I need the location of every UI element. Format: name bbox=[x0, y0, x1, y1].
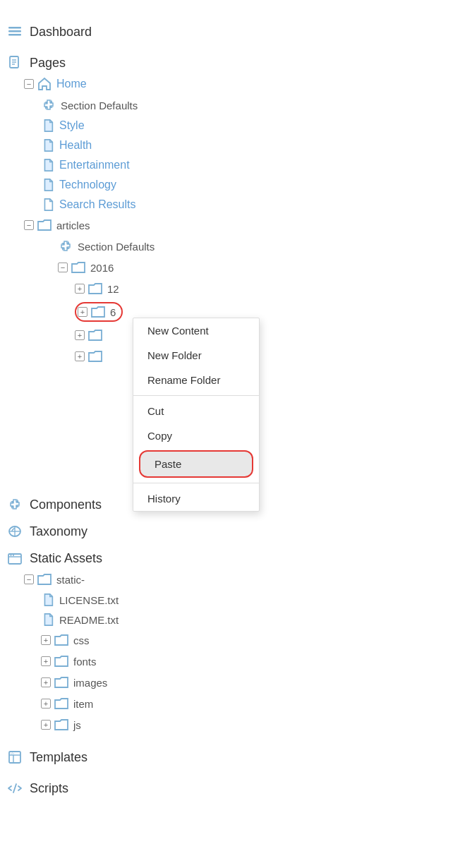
context-menu: New Content New Folder Rename Folder Cut… bbox=[133, 318, 260, 512]
paste-menu-wrapper: Paste bbox=[133, 448, 259, 480]
taxonomy-label: Taxonomy bbox=[30, 524, 87, 539]
item-folder-item[interactable]: + item bbox=[7, 693, 465, 714]
articles-item[interactable]: − articles bbox=[7, 215, 465, 236]
svg-rect-2 bbox=[8, 34, 21, 36]
taxonomy-item[interactable]: Taxonomy bbox=[7, 521, 465, 542]
folder-12-item[interactable]: + 12 bbox=[7, 278, 465, 299]
folder-2016-icon bbox=[71, 260, 86, 275]
item-toggle[interactable]: + bbox=[41, 699, 51, 709]
rename-folder-menu-item[interactable]: Rename Folder bbox=[133, 368, 259, 392]
license-txt-label: LICENSE.txt bbox=[59, 594, 119, 606]
fonts-folder-item[interactable]: + fonts bbox=[7, 651, 465, 672]
folder-extra2-toggle[interactable]: + bbox=[75, 351, 85, 361]
static-assets-label: Static Assets bbox=[30, 551, 102, 566]
js-folder-icon bbox=[54, 717, 69, 733]
file-icon-readme bbox=[41, 613, 55, 627]
pages-item[interactable]: Pages bbox=[7, 52, 465, 73]
home-toggle[interactable]: − bbox=[24, 79, 34, 89]
technology-label: Technology bbox=[59, 179, 116, 191]
file-icon-license bbox=[41, 593, 55, 607]
section-defaults-articles-label: Section Defaults bbox=[78, 241, 155, 253]
section-defaults-home-item[interactable]: Section Defaults bbox=[7, 95, 465, 116]
style-item[interactable]: Style bbox=[7, 116, 465, 135]
entertainment-item[interactable]: Entertainment bbox=[7, 155, 465, 175]
home-label: Home bbox=[56, 78, 87, 90]
folder-6-label: 6 bbox=[110, 306, 116, 318]
css-folder-icon bbox=[54, 632, 69, 648]
folder12-toggle[interactable]: + bbox=[75, 284, 85, 294]
static-assets-item[interactable]: Static Assets bbox=[7, 548, 465, 569]
scripts-label: Scripts bbox=[30, 781, 68, 796]
images-toggle[interactable]: + bbox=[41, 677, 51, 687]
style-label: Style bbox=[59, 119, 85, 132]
context-menu-divider1 bbox=[133, 395, 259, 396]
readme-txt-item[interactable]: README.txt bbox=[7, 610, 465, 629]
file-icon-style bbox=[41, 119, 55, 133]
file-icon-technology bbox=[41, 178, 55, 192]
folder-6-icon bbox=[90, 304, 106, 320]
images-label: images bbox=[73, 677, 107, 689]
pages-label: Pages bbox=[30, 56, 66, 71]
context-menu-divider2 bbox=[133, 483, 259, 483]
year2016-toggle[interactable]: − bbox=[58, 263, 68, 272]
folder-12-icon bbox=[87, 281, 103, 296]
entertainment-label: Entertainment bbox=[59, 159, 130, 171]
scripts-item[interactable]: Scripts bbox=[7, 778, 465, 799]
articles-toggle[interactable]: − bbox=[24, 220, 34, 230]
paste-menu-item[interactable]: Paste bbox=[139, 450, 253, 478]
puzzle-icon-articles bbox=[58, 239, 73, 254]
folder-12-label: 12 bbox=[107, 283, 119, 295]
search-results-label: Search Results bbox=[59, 198, 136, 211]
static-folder-icon bbox=[37, 572, 52, 587]
images-folder-item[interactable]: + images bbox=[7, 672, 465, 693]
static-folder-item[interactable]: − static- bbox=[7, 569, 465, 590]
static-folder-toggle[interactable]: − bbox=[24, 574, 34, 584]
new-content-menu-item[interactable]: New Content bbox=[133, 318, 259, 343]
section-defaults-home-label: Section Defaults bbox=[61, 100, 138, 111]
item-label: item bbox=[73, 698, 93, 710]
svg-text:</>: </> bbox=[11, 752, 15, 755]
section-defaults-articles-item[interactable]: Section Defaults bbox=[7, 236, 465, 257]
dashboard-icon bbox=[7, 24, 23, 40]
home-folder-icon bbox=[37, 76, 52, 92]
new-folder-menu-item[interactable]: New Folder bbox=[133, 343, 259, 368]
templates-item[interactable]: </> Templates bbox=[7, 747, 465, 768]
templates-label: Templates bbox=[30, 750, 87, 765]
svg-point-10 bbox=[11, 555, 12, 556]
articles-label: articles bbox=[56, 219, 90, 231]
puzzle-icon-home bbox=[41, 97, 56, 113]
articles-folder-icon bbox=[37, 217, 52, 233]
file-icon-entertainment bbox=[41, 158, 55, 172]
components-label: Components bbox=[30, 498, 102, 512]
technology-item[interactable]: Technology bbox=[7, 175, 465, 195]
license-txt-item[interactable]: LICENSE.txt bbox=[7, 590, 465, 610]
search-results-item[interactable]: Search Results bbox=[7, 195, 465, 215]
css-label: css bbox=[73, 634, 90, 646]
svg-rect-1 bbox=[8, 30, 21, 32]
js-folder-item[interactable]: + js bbox=[7, 714, 465, 735]
year-2016-label: 2016 bbox=[90, 262, 114, 274]
fonts-label: fonts bbox=[73, 656, 97, 668]
components-icon bbox=[7, 497, 23, 512]
home-item[interactable]: − Home bbox=[7, 73, 465, 95]
folder6-toggle[interactable]: + bbox=[78, 307, 87, 317]
js-toggle[interactable]: + bbox=[41, 720, 51, 730]
dashboard-item[interactable]: Dashboard bbox=[7, 21, 465, 42]
cut-menu-item[interactable]: Cut bbox=[133, 399, 259, 423]
file-icon-search-results bbox=[41, 198, 55, 212]
health-item[interactable]: Health bbox=[7, 135, 465, 155]
history-menu-item[interactable]: History bbox=[133, 486, 259, 511]
item-folder-icon bbox=[54, 696, 69, 711]
static-assets-icon bbox=[7, 550, 23, 566]
tree-container: Dashboard Pages − Home S bbox=[7, 14, 465, 806]
fonts-toggle[interactable]: + bbox=[41, 656, 51, 666]
svg-point-11 bbox=[13, 555, 14, 556]
folder-extra1-toggle[interactable]: + bbox=[75, 330, 85, 340]
year-2016-item[interactable]: − 2016 bbox=[7, 257, 465, 278]
css-toggle[interactable]: + bbox=[41, 635, 51, 645]
readme-txt-label: README.txt bbox=[59, 614, 119, 626]
folder-extra2-icon bbox=[87, 349, 103, 364]
css-folder-item[interactable]: + css bbox=[7, 629, 465, 651]
svg-line-16 bbox=[13, 784, 16, 792]
copy-menu-item[interactable]: Copy bbox=[133, 423, 259, 448]
